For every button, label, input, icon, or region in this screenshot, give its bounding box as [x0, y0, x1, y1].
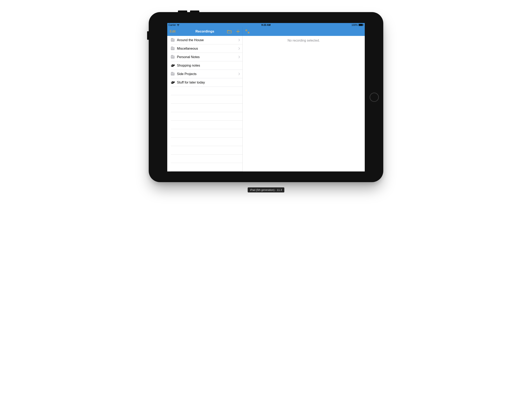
home-button[interactable]: [370, 93, 379, 102]
ipad-device-frame: Carrier 9:23 AM 100% Edit Recordings: [149, 12, 383, 182]
empty-row: [167, 95, 242, 104]
master-navbar: Edit Recordings: [167, 27, 243, 36]
empty-row: [167, 87, 242, 95]
battery-icon: [359, 24, 364, 26]
svg-rect-2: [363, 24, 364, 26]
simulator-caption: iPad (5th generation) - 11.3: [248, 188, 284, 192]
volume-up-button: [178, 11, 187, 12]
row-label: Around the House: [177, 38, 204, 42]
empty-row: [167, 112, 242, 121]
row-label: Side Projects: [177, 72, 196, 76]
empty-row: [167, 129, 242, 138]
row-label: Miscellaneous: [177, 47, 198, 51]
battery-percent-label: 100%: [351, 24, 358, 26]
row-label: Stuff for later today: [177, 80, 205, 84]
detail-pane: No recording selected.: [243, 36, 365, 171]
list-row[interactable]: Shopping notes: [167, 61, 242, 70]
add-button[interactable]: [236, 29, 240, 33]
svg-rect-1: [359, 24, 362, 26]
row-label: Personal Notes: [177, 55, 200, 59]
folder-icon: [171, 56, 175, 58]
list-row[interactable]: Around the House: [167, 36, 242, 44]
new-folder-button[interactable]: [227, 30, 232, 33]
navigation-bars: Edit Recordings: [167, 27, 365, 36]
master-list[interactable]: Around the HouseMiscellaneousPersonal No…: [167, 36, 243, 171]
chevron-right-icon: [238, 73, 240, 75]
recording-icon: [171, 64, 175, 67]
recording-icon: [171, 81, 175, 84]
folder-icon: [227, 30, 232, 33]
folder-icon: [171, 73, 175, 75]
detail-navbar: [243, 27, 365, 36]
volume-down-button: [190, 11, 199, 12]
folder-icon: [171, 39, 175, 42]
chevron-right-icon: [238, 56, 240, 58]
detail-empty-label: No recording selected.: [243, 36, 365, 42]
plus-icon: [236, 29, 240, 33]
wifi-icon: [177, 24, 180, 26]
chevron-right-icon: [238, 39, 240, 41]
empty-row: [167, 163, 242, 171]
clock-label: 9:23 AM: [261, 24, 271, 26]
empty-row: [167, 138, 242, 146]
chevron-right-icon: [238, 47, 240, 50]
empty-row: [167, 155, 242, 163]
split-view: Around the HouseMiscellaneousPersonal No…: [167, 36, 365, 171]
empty-row: [167, 146, 242, 155]
edit-button[interactable]: Edit: [170, 29, 176, 33]
expand-arrows-icon: [246, 29, 249, 33]
status-bar: Carrier 9:23 AM 100%: [167, 23, 365, 27]
list-row[interactable]: Stuff for later today: [167, 78, 242, 87]
list-row[interactable]: Side Projects: [167, 70, 242, 78]
empty-row: [167, 104, 242, 112]
lock-button: [147, 31, 149, 40]
folder-icon: [171, 47, 175, 50]
screen: Carrier 9:23 AM 100% Edit Recordings: [167, 23, 365, 171]
row-label: Shopping notes: [177, 64, 200, 67]
list-row[interactable]: Personal Notes: [167, 53, 242, 61]
carrier-label: Carrier: [168, 24, 176, 26]
empty-row: [167, 121, 242, 129]
master-title: Recordings: [196, 29, 215, 33]
expand-button[interactable]: [246, 29, 249, 33]
list-row[interactable]: Miscellaneous: [167, 44, 242, 53]
